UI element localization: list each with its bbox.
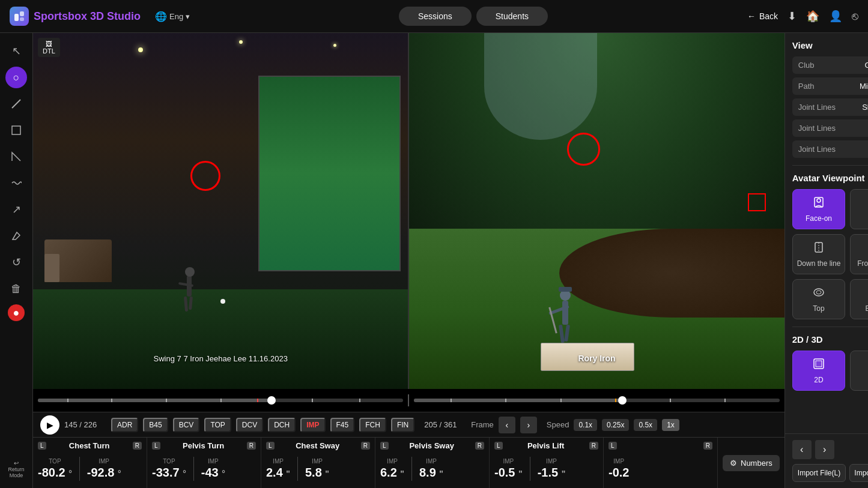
avatar-section-title: Avatar Viewpoint — [792, 173, 868, 183]
logout-icon[interactable]: ⎋ — [852, 10, 858, 23]
frame-next-button[interactable]: › — [520, 417, 537, 433]
avatar-from-target[interactable]: From Target — [850, 234, 868, 274]
record-tool[interactable]: ● — [8, 304, 25, 321]
l-badge-4: L — [380, 442, 389, 450]
rectangle-tool[interactable] — [5, 119, 27, 141]
gear-icon: ⚙ — [730, 459, 737, 468]
metric-pelvis-sway: L Pelvis Sway R IMP 6.2 " IMP 8.9 " — [375, 438, 490, 488]
right-timeline[interactable] — [414, 399, 779, 402]
mode-2d[interactable]: 2D — [792, 351, 846, 391]
avatar-bottom[interactable]: Bottom — [850, 279, 868, 319]
arrow-tool[interactable]: ↗ — [5, 199, 27, 220]
numbers-label: Numbers — [741, 459, 772, 468]
line-tool[interactable] — [5, 93, 27, 115]
mode-3d[interactable]: 3D — [850, 351, 868, 391]
tag-bcv[interactable]: BCV — [173, 418, 200, 432]
speed-0.5x[interactable]: 0.5x — [634, 419, 657, 431]
right-panel: View Club Golf Club Path Mid-Hands Joint… — [785, 33, 868, 488]
trash-tool[interactable]: 🗑 — [5, 278, 27, 300]
undo-tool[interactable]: ↺ — [5, 252, 27, 273]
language-selector[interactable]: 🌐 Eng ▾ — [155, 11, 190, 22]
angle-tool[interactable] — [5, 146, 27, 167]
pelvis-lift-imp1-group: IMP -0.5 " — [494, 458, 523, 480]
speed-0.25x[interactable]: 0.25x — [602, 419, 629, 431]
wave-tool[interactable] — [5, 172, 27, 194]
right-panel-inner: View Club Golf Club Path Mid-Hands Joint… — [785, 33, 868, 433]
top-label: Top — [813, 304, 824, 313]
speed-1x[interactable]: 1x — [662, 419, 679, 431]
avatar-face-on[interactable]: Face-on — [792, 189, 846, 229]
view-row-club-value: Golf Club — [865, 61, 868, 70]
return-mode-button[interactable]: ↩ ReturnMode — [5, 457, 27, 481]
video-panels: 🖼 DTL — [33, 33, 785, 389]
tag-dch[interactable]: DCH — [268, 418, 296, 432]
tag-fch[interactable]: FCH — [359, 418, 386, 432]
tag-adr[interactable]: ADR — [111, 418, 138, 432]
download-icon[interactable]: ⬇ — [788, 10, 797, 23]
right-tracking-circle — [567, 133, 600, 166]
left-video-panel[interactable]: Swing 7 7 Iron Jeehae Lee 11.16.2023 — [33, 33, 408, 389]
circle-tool[interactable]: ○ — [5, 67, 27, 88]
metric-chest-sway-name: Chest Sway — [296, 441, 339, 450]
face-on-label: Face-on — [806, 214, 832, 223]
pelvis-sway-imp1-label: IMP — [387, 458, 398, 465]
chest-sway-imp2-value: 5.8 " — [305, 466, 329, 480]
lang-label: Eng — [169, 12, 183, 21]
right-golfer-name: Rory Iron — [578, 354, 615, 363]
pelvis-turn-imp-value: -43 ° — [201, 466, 225, 480]
face-on-icon — [812, 196, 825, 211]
play-button[interactable]: ▶ — [40, 415, 59, 435]
avatar-back[interactable]: Back — [850, 189, 868, 229]
tag-top[interactable]: TOP — [204, 418, 231, 432]
nav-right-arrow[interactable]: › — [815, 440, 834, 459]
r-badge-5: R — [589, 442, 598, 450]
user-icon[interactable]: 👤 — [829, 10, 842, 23]
view-row-joint-knees-label: Joint Lines — [798, 145, 836, 154]
chest-turn-top-value: -80.2 ° — [38, 466, 72, 480]
frame-prev-button[interactable]: ‹ — [499, 417, 515, 433]
metric-pelvis-turn-header: L Pelvis Turn R — [152, 441, 256, 450]
students-button[interactable]: Students — [476, 7, 548, 26]
tag-f45[interactable]: F45 — [330, 418, 355, 432]
svg-rect-4 — [12, 126, 20, 134]
tag-fin[interactable]: FIN — [391, 418, 414, 432]
metric-pelvis-sway-values: IMP 6.2 " IMP 8.9 " — [380, 453, 484, 484]
2d-icon — [812, 357, 825, 372]
metric-pelvis-lift: L Pelvis Lift R IMP -0.5 " IMP -1.5 " — [490, 438, 604, 488]
right-video-panel[interactable]: Rory Iron — [408, 33, 784, 389]
view-row-path-value: Mid-Hands — [860, 82, 868, 91]
view-row-path: Path Mid-Hands — [792, 77, 868, 95]
import-nav: ‹ › — [792, 440, 868, 459]
svg-rect-1 — [20, 11, 24, 16]
import-file-right[interactable]: Import File(R) — [849, 464, 868, 482]
back-label: Back — [759, 11, 778, 21]
eraser-tool[interactable] — [5, 225, 27, 247]
back-button[interactable]: ← Back — [747, 11, 778, 21]
numbers-button[interactable]: ⚙ Numbers — [723, 455, 780, 471]
right-golfer-label: Rory Iron — [409, 353, 784, 364]
cursor-tool[interactable]: ↖ — [5, 40, 27, 62]
nav-left-arrow[interactable]: ‹ — [792, 440, 812, 459]
left-timeline[interactable] — [38, 399, 403, 402]
tag-b45[interactable]: B45 — [143, 418, 168, 432]
tag-imp[interactable]: IMP — [300, 418, 325, 432]
left-frame-counter: 145 / 226 — [64, 420, 106, 429]
2d-label: 2D — [814, 376, 823, 384]
home-icon[interactable]: 🏠 — [806, 10, 819, 23]
tag-dcv[interactable]: DCV — [236, 418, 263, 432]
speed-0.1x[interactable]: 0.1x — [574, 419, 597, 431]
metric-pelvis-turn: L Pelvis Turn R TOP -33.7 ° IMP -43 ° — [147, 438, 261, 488]
import-buttons: Import File(L) Import File(R) — [792, 464, 868, 482]
avatar-down-the-line[interactable]: Down the line — [792, 234, 846, 274]
import-file-left[interactable]: Import File(L) — [792, 464, 846, 482]
dtl-label: DTL — [43, 47, 55, 55]
metrics-bar: L Chest Turn R TOP -80.2 ° IMP -92. — [33, 437, 785, 488]
right-frame-counter: 205 / 361 — [424, 420, 466, 429]
sessions-button[interactable]: Sessions — [399, 7, 472, 26]
view-row-path-label: Path — [798, 82, 815, 91]
left-toolbar: ↖ ○ ↗ ↺ 🗑 ● ↩ ReturnMode — [0, 33, 33, 488]
right-panel-footer: ‹ › Import File(L) Import File(R) — [785, 433, 868, 488]
metric-pelvis-lift-header: L Pelvis Lift R — [494, 441, 598, 450]
avatar-top[interactable]: Top — [792, 279, 846, 319]
nav-right: ← Back ⬇ 🏠 👤 ⎋ — [747, 10, 858, 23]
